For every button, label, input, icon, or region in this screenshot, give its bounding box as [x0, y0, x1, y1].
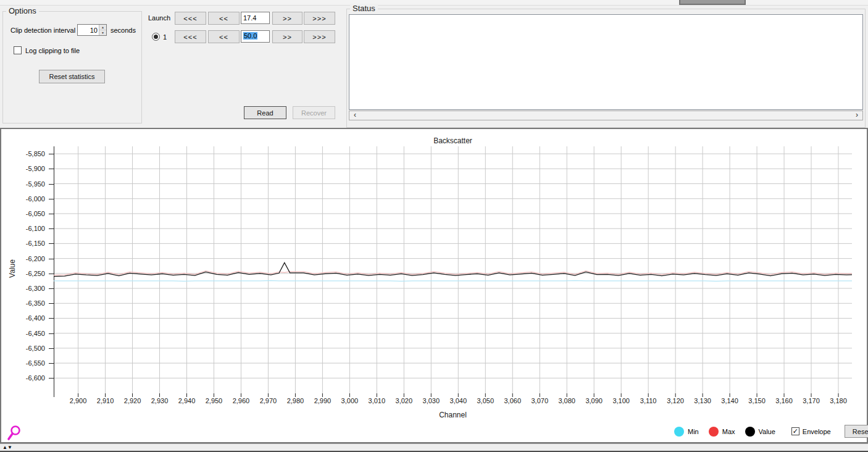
channel-1-radio-label: 1	[163, 33, 167, 41]
reset-statistics-button[interactable]: Reset statistics	[39, 70, 105, 83]
x-tick-label: 2,950	[200, 397, 227, 404]
y-tick-mark	[49, 318, 54, 319]
x-tick-label: 3,100	[607, 397, 635, 404]
x-tick-label: 3,050	[472, 397, 499, 404]
clip-interval-input[interactable]	[78, 25, 99, 35]
x-tick-label: 3,090	[580, 397, 607, 404]
y-tick-label: -6,400	[8, 314, 45, 322]
launch-back-button[interactable]: <<	[208, 12, 240, 25]
status-horizontal-scrollbar[interactable]: ‹ ›	[349, 111, 863, 120]
y-tick-mark	[49, 303, 54, 304]
value-legend-icon	[745, 427, 755, 437]
launch-forward-button[interactable]: >>	[272, 12, 303, 25]
zoom-magnifier-icon[interactable]	[5, 425, 23, 442]
controls-panel: Options Clip detection interval ▲ ▼ seco…	[0, 6, 868, 128]
spinner-buttons: ▲ ▼	[99, 25, 106, 35]
x-tick-label: 2,960	[227, 397, 254, 404]
launch-value-field[interactable]	[241, 12, 270, 24]
x-tick-label: 3,070	[526, 397, 553, 404]
envelope-control: ✓ Envelope	[791, 427, 831, 435]
value-legend-label: Value	[759, 428, 775, 435]
splitter-bar[interactable]: ▲▼	[0, 443, 868, 452]
x-tick-label: 3,110	[635, 397, 662, 404]
y-tick-mark	[49, 274, 54, 274]
y-tick-mark	[49, 333, 54, 334]
y-tick-mark	[49, 228, 54, 229]
channel-back-button[interactable]: <<	[208, 30, 240, 43]
y-tick-label: -5,900	[8, 165, 45, 172]
y-tick-label: -6,300	[8, 285, 45, 292]
chart-legend: Min Max Value ✓ Envelope Reset	[674, 425, 868, 438]
launch-fast-back-button[interactable]: <<<	[175, 12, 206, 25]
log-clipping-checkbox[interactable]	[14, 46, 22, 54]
scroll-left-icon[interactable]: ‹	[351, 111, 359, 120]
y-tick-mark	[49, 378, 54, 379]
channel-fast-forward-button[interactable]: >>>	[304, 30, 335, 43]
x-tick-label: 2,900	[65, 397, 92, 404]
y-tick-label: -6,250	[8, 270, 45, 277]
y-tick-mark	[49, 154, 54, 154]
x-axis-label: Channel	[54, 411, 852, 419]
chart-title: Backscatter	[54, 136, 852, 145]
min-legend-label: Min	[688, 428, 699, 435]
channel-value-field[interactable]: 50.0	[241, 30, 270, 43]
x-tick-label: 3,150	[743, 397, 770, 404]
x-tick-label: 3,060	[499, 397, 526, 404]
status-textarea[interactable]	[349, 14, 863, 110]
x-tick-label: 2,940	[173, 397, 201, 404]
spinner-up-icon[interactable]: ▲	[99, 25, 106, 30]
plot-area[interactable]	[54, 146, 852, 398]
clip-interval-unit: seconds	[111, 27, 136, 34]
backscatter-chart-panel: Backscatter Value -5,850-5,900-5,950-6,0…	[0, 128, 868, 443]
x-axis-ticks: 2,9002,9102,9202,9302,9402,9502,9602,970…	[54, 397, 856, 406]
application-window: Options Clip detection interval ▲ ▼ seco…	[0, 0, 868, 452]
options-groupbox: Options Clip detection interval ▲ ▼ seco…	[2, 11, 142, 123]
y-axis-ticks: -5,850-5,900-5,950-6,000-6,050-6,100-6,1…	[1, 146, 54, 393]
active-tab-fragment[interactable]	[679, 0, 746, 5]
y-tick-label: -6,050	[8, 210, 45, 217]
x-tick-label: 3,170	[798, 397, 825, 404]
channel-1-radio[interactable]	[152, 33, 160, 41]
y-tick-label: -5,950	[8, 180, 45, 188]
y-tick-label: -6,600	[8, 374, 45, 382]
x-tick-label: 3,010	[363, 397, 390, 404]
chart-footer: Min Max Value ✓ Envelope Reset	[1, 424, 867, 442]
y-tick-label: -6,550	[8, 359, 45, 367]
x-tick-label: 3,020	[390, 397, 417, 404]
channel-value-selected-text[interactable]: 50.0	[243, 32, 257, 40]
x-tick-label: 3,180	[825, 397, 852, 404]
spinner-down-icon[interactable]: ▼	[99, 30, 106, 35]
status-title: Status	[350, 4, 378, 13]
y-tick-mark	[49, 288, 54, 289]
options-title: Options	[6, 6, 39, 15]
x-tick-label: 3,030	[417, 397, 444, 404]
channel-fast-back-button[interactable]: <<<	[175, 30, 206, 43]
envelope-checkbox[interactable]: ✓	[791, 427, 799, 435]
x-tick-label: 3,160	[770, 397, 798, 404]
x-tick-label: 3,040	[444, 397, 472, 404]
y-tick-mark	[49, 363, 54, 364]
y-tick-label: -6,000	[8, 195, 45, 203]
y-tick-label: -6,450	[8, 330, 45, 337]
x-tick-label: 3,000	[336, 397, 363, 404]
launch-value-input[interactable]	[243, 14, 267, 22]
clip-interval-spinner[interactable]: ▲ ▼	[77, 24, 107, 36]
x-tick-label: 3,080	[553, 397, 580, 404]
min-legend-icon	[674, 427, 684, 437]
reset-button[interactable]: Reset	[845, 425, 868, 438]
recover-button: Recover	[293, 106, 335, 119]
y-tick-mark	[49, 199, 54, 199]
channel-forward-button[interactable]: >>	[272, 30, 303, 43]
read-button[interactable]: Read	[244, 106, 286, 119]
x-tick-label: 2,920	[119, 397, 146, 404]
y-tick-label: -6,100	[8, 225, 45, 232]
y-tick-label: -6,150	[8, 240, 45, 247]
splitter-up-down-icon[interactable]: ▲▼	[2, 445, 12, 450]
chart-canvas	[54, 146, 852, 398]
log-clipping-label: Log clipping to file	[25, 47, 80, 54]
launch-label: Launch	[148, 14, 170, 22]
y-tick-label: -6,500	[8, 345, 45, 352]
launch-fast-forward-button[interactable]: >>>	[304, 12, 335, 25]
y-tick-mark	[49, 243, 54, 244]
scroll-right-icon[interactable]: ›	[853, 111, 861, 120]
